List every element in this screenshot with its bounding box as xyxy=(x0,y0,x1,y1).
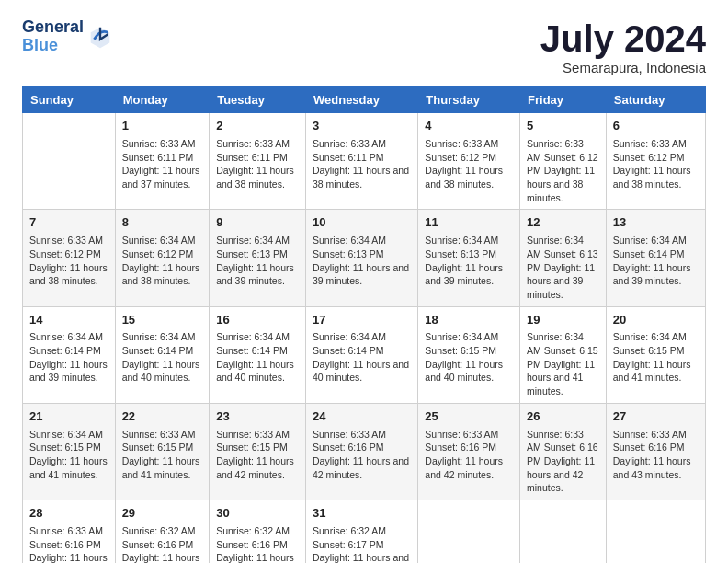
day-number: 11 xyxy=(425,214,513,232)
day-number: 27 xyxy=(613,408,699,426)
calendar-cell: 21Sunrise: 6:34 AM Sunset: 6:15 PM Dayli… xyxy=(23,403,116,500)
day-info: Sunrise: 6:33 AM Sunset: 6:11 PM Dayligh… xyxy=(216,137,299,191)
calendar-cell: 15Sunrise: 6:34 AM Sunset: 6:14 PM Dayli… xyxy=(115,306,210,403)
calendar-cell xyxy=(23,113,116,210)
day-number: 28 xyxy=(29,505,108,523)
day-info: Sunrise: 6:33 AM Sunset: 6:12 PM Dayligh… xyxy=(527,137,599,204)
header-sunday: Sunday xyxy=(23,87,116,113)
day-info: Sunrise: 6:33 AM Sunset: 6:16 PM Dayligh… xyxy=(29,524,108,563)
calendar-cell xyxy=(520,500,607,563)
day-info: Sunrise: 6:33 AM Sunset: 6:15 PM Dayligh… xyxy=(122,428,203,482)
day-info: Sunrise: 6:33 AM Sunset: 6:12 PM Dayligh… xyxy=(29,234,108,288)
calendar-week-row: 7Sunrise: 6:33 AM Sunset: 6:12 PM Daylig… xyxy=(23,210,706,306)
day-info: Sunrise: 6:34 AM Sunset: 6:14 PM Dayligh… xyxy=(613,234,699,288)
day-number: 13 xyxy=(613,214,699,232)
calendar-cell: 17Sunrise: 6:34 AM Sunset: 6:14 PM Dayli… xyxy=(305,306,417,403)
logo-icon xyxy=(87,24,113,50)
day-number: 8 xyxy=(122,214,203,232)
calendar-cell: 2Sunrise: 6:33 AM Sunset: 6:11 PM Daylig… xyxy=(210,113,306,210)
day-number: 26 xyxy=(527,408,599,426)
day-info: Sunrise: 6:34 AM Sunset: 6:15 PM Dayligh… xyxy=(613,330,699,385)
day-info: Sunrise: 6:34 AM Sunset: 6:14 PM Dayligh… xyxy=(122,330,203,385)
day-number: 5 xyxy=(527,118,599,135)
header-monday: Monday xyxy=(115,87,210,113)
calendar-cell: 25Sunrise: 6:33 AM Sunset: 6:16 PM Dayli… xyxy=(418,403,520,500)
day-info: Sunrise: 6:33 AM Sunset: 6:16 PM Dayligh… xyxy=(613,428,699,482)
calendar-header-row: SundayMondayTuesdayWednesdayThursdayFrid… xyxy=(23,87,706,113)
calendar-cell: 7Sunrise: 6:33 AM Sunset: 6:12 PM Daylig… xyxy=(23,210,116,306)
day-number: 25 xyxy=(425,408,513,426)
day-number: 14 xyxy=(29,312,108,329)
day-number: 19 xyxy=(527,312,599,329)
day-info: Sunrise: 6:33 AM Sunset: 6:16 PM Dayligh… xyxy=(425,428,513,482)
day-info: Sunrise: 6:33 AM Sunset: 6:11 PM Dayligh… xyxy=(122,137,203,191)
day-info: Sunrise: 6:34 AM Sunset: 6:15 PM Dayligh… xyxy=(29,428,108,482)
calendar-cell xyxy=(606,500,705,563)
page-header: GeneralBlue July 2024 Semarapura, Indone… xyxy=(22,18,706,75)
calendar-cell: 14Sunrise: 6:34 AM Sunset: 6:14 PM Dayli… xyxy=(23,306,116,403)
day-info: Sunrise: 6:33 AM Sunset: 6:11 PM Dayligh… xyxy=(313,137,411,191)
logo-text: GeneralBlue xyxy=(22,18,84,55)
calendar-cell: 4Sunrise: 6:33 AM Sunset: 6:12 PM Daylig… xyxy=(418,113,520,210)
calendar-week-row: 1Sunrise: 6:33 AM Sunset: 6:11 PM Daylig… xyxy=(23,113,706,210)
day-info: Sunrise: 6:33 AM Sunset: 6:16 PM Dayligh… xyxy=(313,428,411,482)
day-info: Sunrise: 6:33 AM Sunset: 6:16 PM Dayligh… xyxy=(527,428,599,495)
header-wednesday: Wednesday xyxy=(305,87,417,113)
day-number: 18 xyxy=(425,312,513,329)
calendar-cell: 31Sunrise: 6:32 AM Sunset: 6:17 PM Dayli… xyxy=(305,500,417,563)
calendar-cell: 19Sunrise: 6:34 AM Sunset: 6:15 PM Dayli… xyxy=(520,306,607,403)
calendar-cell: 12Sunrise: 6:34 AM Sunset: 6:13 PM Dayli… xyxy=(520,210,607,306)
day-info: Sunrise: 6:34 AM Sunset: 6:13 PM Dayligh… xyxy=(527,234,599,301)
calendar-week-row: 21Sunrise: 6:34 AM Sunset: 6:15 PM Dayli… xyxy=(23,403,706,500)
calendar-cell: 18Sunrise: 6:34 AM Sunset: 6:15 PM Dayli… xyxy=(418,306,520,403)
header-saturday: Saturday xyxy=(606,87,705,113)
day-number: 30 xyxy=(216,505,299,523)
calendar-cell xyxy=(418,500,520,563)
day-number: 2 xyxy=(216,118,299,135)
calendar-cell: 23Sunrise: 6:33 AM Sunset: 6:15 PM Dayli… xyxy=(210,403,306,500)
day-number: 31 xyxy=(313,505,411,523)
day-number: 16 xyxy=(216,312,299,329)
day-info: Sunrise: 6:34 AM Sunset: 6:14 PM Dayligh… xyxy=(216,330,299,385)
day-number: 29 xyxy=(122,505,203,523)
day-info: Sunrise: 6:33 AM Sunset: 6:12 PM Dayligh… xyxy=(425,137,513,191)
day-info: Sunrise: 6:32 AM Sunset: 6:16 PM Dayligh… xyxy=(216,524,299,563)
day-number: 21 xyxy=(29,408,108,426)
day-number: 4 xyxy=(425,118,513,135)
day-number: 17 xyxy=(313,312,411,329)
day-info: Sunrise: 6:34 AM Sunset: 6:12 PM Dayligh… xyxy=(122,234,203,288)
subtitle: Semarapura, Indonesia xyxy=(540,60,706,75)
day-number: 20 xyxy=(613,312,699,329)
calendar-cell: 26Sunrise: 6:33 AM Sunset: 6:16 PM Dayli… xyxy=(520,403,607,500)
day-info: Sunrise: 6:34 AM Sunset: 6:15 PM Dayligh… xyxy=(527,330,599,397)
day-info: Sunrise: 6:34 AM Sunset: 6:13 PM Dayligh… xyxy=(425,234,513,288)
header-thursday: Thursday xyxy=(418,87,520,113)
calendar-cell: 20Sunrise: 6:34 AM Sunset: 6:15 PM Dayli… xyxy=(606,306,705,403)
calendar-cell: 11Sunrise: 6:34 AM Sunset: 6:13 PM Dayli… xyxy=(418,210,520,306)
calendar-cell: 8Sunrise: 6:34 AM Sunset: 6:12 PM Daylig… xyxy=(115,210,210,306)
day-info: Sunrise: 6:34 AM Sunset: 6:14 PM Dayligh… xyxy=(29,330,108,385)
day-number: 22 xyxy=(122,408,203,426)
day-info: Sunrise: 6:34 AM Sunset: 6:14 PM Dayligh… xyxy=(313,330,411,385)
day-info: Sunrise: 6:32 AM Sunset: 6:17 PM Dayligh… xyxy=(313,524,411,563)
logo: GeneralBlue xyxy=(22,18,113,55)
day-number: 1 xyxy=(122,118,203,135)
day-info: Sunrise: 6:34 AM Sunset: 6:13 PM Dayligh… xyxy=(216,234,299,288)
title-block: July 2024 Semarapura, Indonesia xyxy=(540,18,706,75)
calendar-cell: 5Sunrise: 6:33 AM Sunset: 6:12 PM Daylig… xyxy=(520,113,607,210)
day-info: Sunrise: 6:34 AM Sunset: 6:13 PM Dayligh… xyxy=(313,234,411,288)
calendar-table: SundayMondayTuesdayWednesdayThursdayFrid… xyxy=(22,86,706,563)
day-number: 9 xyxy=(216,214,299,232)
header-friday: Friday xyxy=(520,87,607,113)
calendar-week-row: 14Sunrise: 6:34 AM Sunset: 6:14 PM Dayli… xyxy=(23,306,706,403)
calendar-cell: 6Sunrise: 6:33 AM Sunset: 6:12 PM Daylig… xyxy=(606,113,705,210)
calendar-cell: 16Sunrise: 6:34 AM Sunset: 6:14 PM Dayli… xyxy=(210,306,306,403)
day-number: 12 xyxy=(527,214,599,232)
calendar-cell: 10Sunrise: 6:34 AM Sunset: 6:13 PM Dayli… xyxy=(305,210,417,306)
calendar-cell: 13Sunrise: 6:34 AM Sunset: 6:14 PM Dayli… xyxy=(606,210,705,306)
calendar-cell: 9Sunrise: 6:34 AM Sunset: 6:13 PM Daylig… xyxy=(210,210,306,306)
header-tuesday: Tuesday xyxy=(210,87,306,113)
day-number: 15 xyxy=(122,312,203,329)
calendar-cell: 29Sunrise: 6:32 AM Sunset: 6:16 PM Dayli… xyxy=(115,500,210,563)
day-info: Sunrise: 6:34 AM Sunset: 6:15 PM Dayligh… xyxy=(425,330,513,385)
